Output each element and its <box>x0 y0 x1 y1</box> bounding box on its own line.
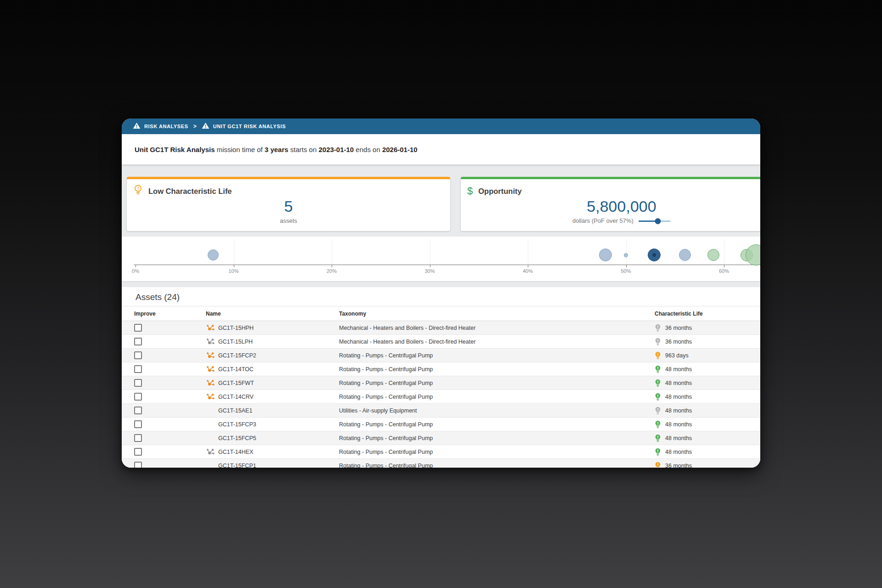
breadcrumb-item-risk-analyses[interactable]: RISK ANALYSES <box>133 122 188 131</box>
characteristic-life-value: 36 months <box>665 325 692 331</box>
characteristic-life-value: 48 months <box>665 380 692 386</box>
characteristic-life-bulb-icon <box>655 448 661 456</box>
table-row: GC1T-15FCP2Rotating - Pumps - Centrifuga… <box>122 349 760 362</box>
breadcrumb-item-unit-gc1t-risk-analysis[interactable]: UNIT GC1T RISK ANALYSIS <box>202 122 286 131</box>
chart-bubble[interactable] <box>599 249 612 261</box>
asset-name: GC1T-15AE1 <box>218 407 252 414</box>
breadcrumb-label: RISK ANALYSES <box>144 124 188 129</box>
characteristic-life-value: 36 months <box>665 339 692 345</box>
row-checkbox[interactable] <box>134 434 142 442</box>
row-checkbox[interactable] <box>134 393 142 401</box>
lightbulb-icon <box>133 184 143 198</box>
asset-system-icon <box>206 379 215 388</box>
x-axis-line <box>134 265 760 265</box>
asset-system-icon-placeholder <box>206 461 215 468</box>
asset-system-icon <box>206 323 215 333</box>
row-checkbox[interactable] <box>134 420 142 428</box>
row-checkbox[interactable] <box>134 379 142 387</box>
mission-summary-text: Unit GC1T Risk Analysis mission time of … <box>135 146 418 153</box>
axis-tick-label: 60% <box>719 268 729 274</box>
mission-summary-segment: 2023-01-10 <box>318 146 354 153</box>
stat-card-opportunity: $ Opportunity 5,800,000 dollars (PoF ove… <box>461 177 760 231</box>
chart-bubble[interactable] <box>648 249 661 261</box>
asset-name: GC1T-14HEX <box>218 449 253 455</box>
axis-tick-label: 50% <box>621 268 631 274</box>
asset-taxonomy: Rotating - Pumps - Centrifugal Pump <box>339 380 655 386</box>
axis-tick <box>332 265 332 267</box>
characteristic-life-bulb-icon <box>655 393 661 401</box>
chart-bubble[interactable] <box>707 249 719 261</box>
asset-taxonomy: Rotating - Pumps - Centrifugal Pump <box>339 421 655 428</box>
characteristic-life-bulb-icon <box>655 338 661 346</box>
column-header-characteristic-life: Characteristic Life <box>655 311 760 317</box>
asset-name: GC1T-15FCP2 <box>218 352 256 359</box>
stat-card-low-characteristic-life: Low Characteristic Life 5 assets <box>127 177 450 231</box>
table-row: GC1T-14CRVRotating - Pumps - Centrifugal… <box>122 390 760 404</box>
risk-analysis-window: RISK ANALYSES > UNIT GC1T RISK ANALYSIS … <box>122 119 760 468</box>
stat-card-value: 5 <box>127 198 450 214</box>
chart-gridline <box>724 239 724 265</box>
axis-tick <box>528 265 528 267</box>
asset-name: GC1T-15HPH <box>218 325 254 331</box>
stat-card-unit: assets <box>280 217 297 224</box>
characteristic-life-bulb-icon <box>655 379 661 387</box>
chart-bubble[interactable] <box>208 249 219 260</box>
characteristic-life-value: 48 months <box>665 435 692 441</box>
characteristic-life-bulb-icon <box>655 324 661 332</box>
axis-tick <box>136 265 136 267</box>
row-checkbox[interactable] <box>134 462 142 468</box>
table-row: GC1T-15LPHMechanical - Heaters and Boile… <box>122 335 760 349</box>
row-checkbox[interactable] <box>134 365 142 373</box>
assets-table-body: GC1T-15HPHMechanical - Heaters and Boile… <box>122 321 760 468</box>
pof-threshold-slider[interactable] <box>639 218 671 224</box>
asset-taxonomy: Rotating - Pumps - Centrifugal Pump <box>339 435 655 441</box>
table-row: GC1T-15FCP1Rotating - Pumps - Centrifuga… <box>122 459 760 468</box>
slider-thumb[interactable] <box>655 218 661 224</box>
assets-table-header: Improve Name Taxonomy Characteristic Lif… <box>122 306 760 321</box>
chart-bubble[interactable] <box>746 244 760 266</box>
row-checkbox[interactable] <box>134 407 142 414</box>
characteristic-life-value: 36 months <box>665 463 692 468</box>
chart-gridline <box>626 239 627 265</box>
row-checkbox[interactable] <box>134 448 142 456</box>
characteristic-life-value: 48 months <box>665 449 692 455</box>
table-row: GC1T-15FWTRotating - Pumps - Centrifugal… <box>122 376 760 390</box>
characteristic-life-value: 48 months <box>665 421 692 428</box>
asset-system-icon-placeholder <box>206 420 215 429</box>
characteristic-life-bulb-icon <box>655 407 661 415</box>
table-row: GC1T-14HEXRotating - Pumps - Centrifugal… <box>122 445 760 459</box>
breadcrumb-separator-icon: > <box>193 123 197 130</box>
chart-bubble[interactable] <box>624 253 628 257</box>
mission-summary-segment: 3 years <box>265 146 288 153</box>
mission-summary-segment: mission time of <box>215 146 265 153</box>
column-header-taxonomy: Taxonomy <box>339 311 655 317</box>
warning-triangle-icon <box>133 122 141 131</box>
axis-tick <box>234 265 234 267</box>
asset-taxonomy: Rotating - Pumps - Centrifugal Pump <box>339 394 655 400</box>
stat-card-title: Opportunity <box>478 187 521 196</box>
axis-tick-label: 40% <box>523 268 533 274</box>
row-checkbox[interactable] <box>134 338 142 345</box>
column-header-improve: Improve <box>134 311 206 317</box>
asset-system-icon <box>206 337 215 346</box>
asset-taxonomy: Rotating - Pumps - Centrifugal Pump <box>339 352 655 359</box>
axis-tick-label: 10% <box>228 268 238 274</box>
row-checkbox[interactable] <box>134 351 142 359</box>
asset-name: GC1T-15FCP3 <box>218 421 256 428</box>
asset-system-icon-placeholder <box>206 406 215 415</box>
characteristic-life-value: 48 months <box>665 394 692 400</box>
table-row: GC1T-15FCP3Rotating - Pumps - Centrifuga… <box>122 418 760 431</box>
table-row: GC1T-14TOCRotating - Pumps - Centrifugal… <box>122 362 760 376</box>
characteristic-life-bulb-icon <box>655 365 661 373</box>
asset-name: GC1T-15FCP5 <box>218 435 256 441</box>
asset-taxonomy: Mechanical - Heaters and Boilers - Direc… <box>339 325 655 331</box>
row-checkbox[interactable] <box>134 324 142 332</box>
chart-bubble[interactable] <box>679 249 691 261</box>
chart-gridline <box>528 239 528 265</box>
asset-system-icon <box>206 392 215 401</box>
asset-taxonomy: Utilities - Air-supply Equipment <box>339 407 655 414</box>
stat-card-value: 5,800,000 <box>461 198 760 214</box>
dashboard-content: Low Characteristic Life 5 assets $ Oppor… <box>122 164 760 468</box>
chart-gridline <box>234 239 234 265</box>
asset-name: GC1T-15FWT <box>218 380 254 386</box>
